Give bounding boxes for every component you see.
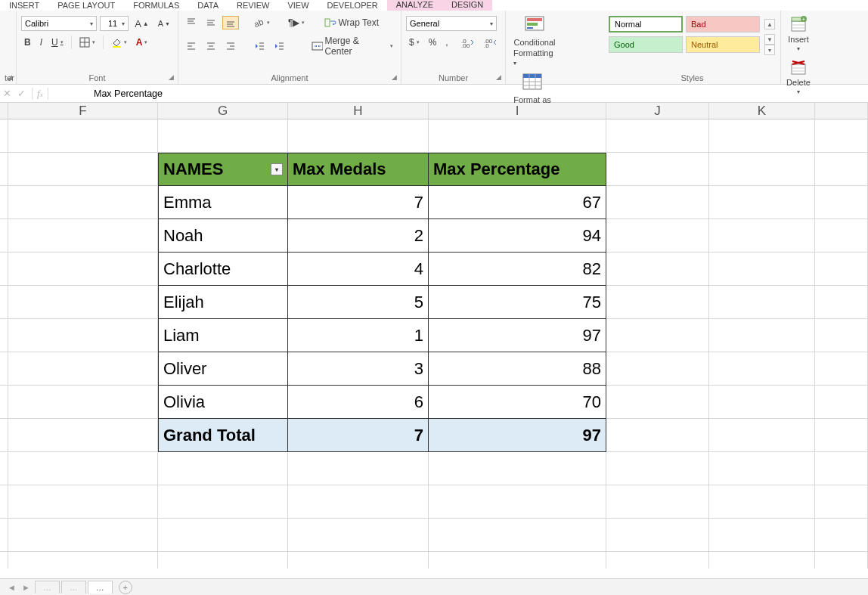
delete-cells-button[interactable]: Delete▾ [786, 57, 811, 97]
pivot-row[interactable]: Oliver388 [158, 352, 606, 386]
bold-button[interactable]: B [21, 36, 34, 49]
font-size-select[interactable]: 11 ▾ [100, 16, 129, 31]
new-sheet-button[interactable]: + [119, 581, 132, 594]
col-header-I[interactable]: I [429, 103, 606, 119]
underline-button[interactable]: U▾ [48, 36, 67, 49]
sheet-tab-active[interactable]: … [88, 581, 113, 593]
tab-insert[interactable]: INSERT [0, 1, 48, 11]
borders-button[interactable]: ▾ [76, 36, 98, 49]
decrease-font-button[interactable]: A▼ [155, 17, 173, 29]
pivot-header-pct[interactable]: Max Percentage [429, 153, 606, 186]
tab-view[interactable]: VIEW [278, 1, 318, 11]
cancel-formula-icon[interactable]: ✕ [3, 88, 11, 99]
italic-button[interactable]: I [37, 36, 45, 49]
style-normal[interactable]: Normal [609, 16, 683, 33]
pivot-row[interactable]: Liam197 [158, 319, 606, 352]
align-middle-button[interactable] [203, 16, 219, 29]
number-group-label: Number [439, 73, 468, 82]
tab-data[interactable]: DATA [188, 1, 228, 11]
comma-format-button[interactable]: , [442, 36, 451, 49]
orientation-button[interactable]: ab▾ [251, 16, 273, 29]
style-bad[interactable]: Bad [686, 16, 760, 33]
number-dialog-launcher[interactable]: ◢ [494, 73, 502, 81]
pivot-row[interactable]: Charlotte482 [158, 253, 606, 286]
align-top-icon [186, 17, 197, 28]
sheet-tab-1[interactable]: … [35, 581, 60, 593]
font-name-select[interactable]: Calibri ▾ [21, 16, 97, 31]
pivot-grand-total-row[interactable]: Grand Total 7 97 [158, 419, 606, 452]
pivot-cell-name: Elijah [158, 286, 288, 319]
borders-icon [79, 37, 90, 48]
styles-scroll-down[interactable]: ▼ [764, 34, 775, 45]
increase-indent-button[interactable] [271, 39, 287, 53]
styles-scroll-up[interactable]: ▲ [764, 19, 775, 29]
merge-icon [312, 41, 324, 51]
text-direction-button[interactable]: ¶▶▾ [285, 16, 308, 29]
decrease-indent-button[interactable] [251, 39, 268, 53]
increase-font-button[interactable]: A▲ [132, 17, 152, 31]
font-color-button[interactable]: A ▾ [133, 36, 151, 49]
pivot-cell-medals: 5 [288, 286, 429, 319]
pivot-header-medals[interactable]: Max Medals [288, 153, 429, 186]
merge-center-button[interactable]: Merge & Center ▾ [308, 34, 396, 58]
svg-rect-51 [792, 64, 805, 74]
col-header-H[interactable]: H [288, 103, 429, 119]
tab-formulas[interactable]: FORMULAS [124, 1, 188, 11]
col-header-F[interactable]: F [8, 103, 158, 119]
align-left-button[interactable] [183, 39, 200, 53]
accounting-format-button[interactable]: $▾ [406, 36, 423, 49]
worksheet-grid[interactable]: F G H I J K NAMES ▾ Max Medals Max Perce… [0, 103, 868, 569]
tab-analyze[interactable]: ANALYZE [387, 0, 442, 11]
alignment-dialog-launcher[interactable]: ◢ [390, 73, 398, 81]
align-center-button[interactable] [203, 39, 219, 53]
pivot-row[interactable]: Olivia670 [158, 386, 606, 419]
tab-page-layout[interactable]: PAGE LAYOUT [48, 1, 124, 11]
col-header-G[interactable]: G [158, 103, 288, 119]
pivot-cell-pct: 82 [429, 253, 606, 286]
pivot-row[interactable]: Noah294 [158, 219, 606, 253]
sheet-nav-next[interactable]: ► [19, 583, 33, 592]
fx-icon[interactable]: fx [32, 88, 48, 100]
pivot-cell-medals: 6 [288, 386, 429, 419]
styles-expand[interactable]: ▾ [764, 45, 775, 55]
col-header-partial2[interactable] [815, 103, 868, 119]
tab-developer[interactable]: DEVELOPER [318, 1, 387, 11]
formula-input[interactable] [89, 87, 868, 101]
number-format-select[interactable]: General ▾ [406, 16, 497, 31]
align-center-icon [206, 41, 216, 51]
pivot-row[interactable]: Emma767 [158, 186, 606, 219]
align-bottom-button[interactable] [222, 16, 239, 29]
style-neutral[interactable]: Neutral [686, 36, 760, 53]
decrease-decimal-icon: .00.0 [484, 37, 498, 48]
align-middle-icon [206, 17, 216, 28]
align-top-button[interactable] [183, 16, 200, 29]
sheet-nav-prev[interactable]: ◄ [5, 583, 19, 592]
tab-review[interactable]: REVIEW [228, 1, 278, 11]
orientation-icon: ab [254, 17, 265, 28]
tab-design[interactable]: DESIGN [442, 0, 492, 11]
svg-text:.00: .00 [461, 42, 470, 48]
decrease-decimal-button[interactable]: .00.0 [481, 36, 501, 49]
pivot-header-names[interactable]: NAMES ▾ [158, 153, 288, 186]
col-header-partial[interactable] [0, 103, 8, 119]
format-as-table-icon [522, 73, 543, 94]
align-right-button[interactable] [222, 39, 239, 53]
col-header-J[interactable]: J [606, 103, 709, 119]
percent-format-button[interactable]: % [426, 36, 440, 49]
wrap-text-button[interactable]: Wrap Text [321, 16, 382, 29]
sheet-tab-2[interactable]: … [61, 581, 86, 593]
font-dialog-launcher[interactable]: ◢ [167, 73, 175, 81]
col-header-K[interactable]: K [709, 103, 815, 119]
pivot-table[interactable]: NAMES ▾ Max Medals Max Percentage Emma76… [158, 153, 606, 452]
pivot-filter-button[interactable]: ▾ [271, 163, 283, 175]
pivot-row[interactable]: Elijah575 [158, 286, 606, 319]
number-format-value: General [410, 19, 439, 28]
enter-formula-icon[interactable]: ✓ [17, 88, 26, 99]
clipboard-dialog-launcher[interactable]: ◢ [5, 73, 13, 81]
svg-rect-36 [527, 18, 542, 21]
conditional-formatting-button[interactable]: Conditional Formatting ▾ [510, 14, 559, 68]
fill-color-button[interactable]: ▾ [108, 36, 130, 49]
insert-cells-button[interactable]: + Insert▾ [786, 14, 811, 54]
style-good[interactable]: Good [609, 36, 683, 53]
increase-decimal-button[interactable]: .0.00 [458, 36, 478, 49]
